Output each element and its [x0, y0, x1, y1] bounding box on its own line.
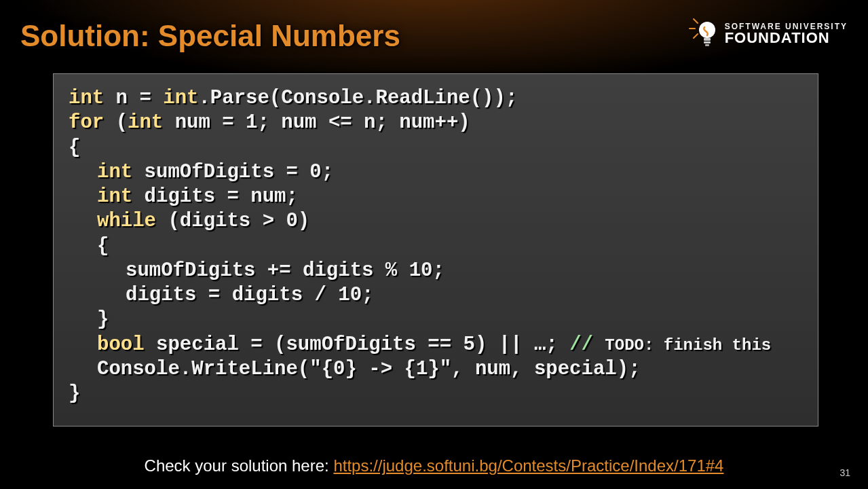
footer-text: Check your solution here: [145, 456, 334, 475]
code-content: int n = int.Parse(Console.ReadLine()); f… [69, 86, 803, 406]
svg-line-2 [694, 34, 698, 38]
page-number: 31 [839, 467, 850, 478]
svg-rect-5 [704, 41, 711, 43]
logo: SOFTWARE UNIVERSITY FOUNDATION [687, 15, 848, 53]
footer-link[interactable]: https://judge.softuni.bg/Contests/Practi… [333, 456, 723, 475]
svg-rect-4 [704, 38, 711, 41]
logo-line2: FOUNDATION [725, 31, 848, 46]
code-block: int n = int.Parse(Console.ReadLine()); f… [53, 73, 818, 427]
logo-text: SOFTWARE UNIVERSITY FOUNDATION [725, 22, 848, 46]
svg-rect-6 [705, 44, 709, 46]
slide-title: Solution: Special Numbers [20, 19, 400, 53]
lightbulb-icon [687, 15, 719, 53]
footer: Check your solution here: https://judge.… [0, 456, 868, 475]
logo-line1: SOFTWARE UNIVERSITY [725, 22, 848, 31]
svg-line-0 [694, 19, 698, 23]
